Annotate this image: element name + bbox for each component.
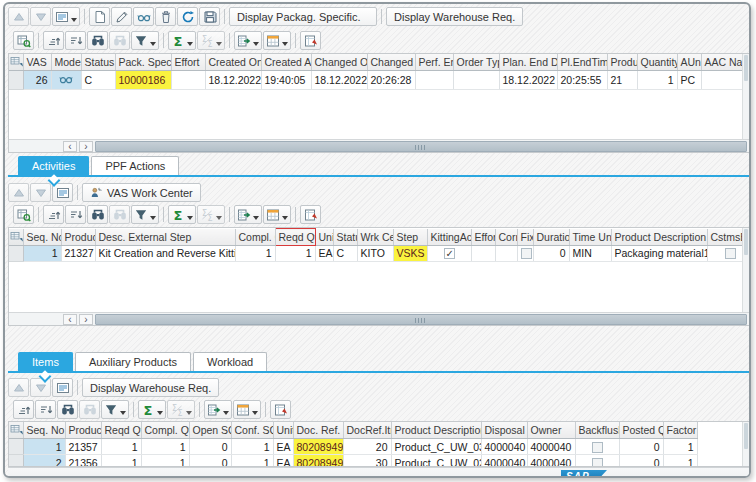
- sort-descending-button[interactable]: [65, 31, 86, 50]
- tab-workload[interactable]: Workload: [193, 352, 267, 371]
- grid-cell[interactable]: 10000186: [115, 71, 171, 90]
- column-header[interactable]: Doc. Ref.: [293, 422, 343, 439]
- vertical-scrollbar[interactable]: [742, 228, 749, 312]
- report-button[interactable]: [300, 205, 321, 224]
- dropdown-arrow-icon[interactable]: [187, 42, 193, 46]
- grid-cell[interactable]: 1: [235, 245, 275, 261]
- grid-cell[interactable]: 1: [231, 439, 273, 455]
- row-selector[interactable]: [9, 439, 23, 455]
- column-header[interactable]: Produ..: [607, 54, 637, 71]
- grid-cell[interactable]: 20: [343, 439, 391, 455]
- column-header[interactable]: Changed At: [367, 54, 415, 71]
- grid-cell[interactable]: Kit Creation and Reverse Kitting: [95, 245, 235, 261]
- grid-cell[interactable]: MIN: [569, 245, 611, 261]
- column-header[interactable]: Status: [81, 54, 115, 71]
- grid-cell[interactable]: 1: [23, 245, 61, 261]
- grid-cell[interactable]: EA: [315, 245, 333, 261]
- column-header[interactable]: Reqd Qty: [275, 229, 315, 246]
- column-header[interactable]: Product Description: [391, 422, 481, 439]
- column-header[interactable]: Created On: [205, 54, 261, 71]
- grid-cell[interactable]: 0: [189, 455, 231, 468]
- dropdown-arrow-icon[interactable]: [71, 18, 77, 22]
- column-header[interactable]: Compl. Qty: [141, 422, 189, 439]
- grid-cell[interactable]: [701, 71, 745, 90]
- grid-cell[interactable]: 4000040: [527, 455, 575, 468]
- select-all-corner[interactable]: [9, 229, 23, 246]
- column-header[interactable]: Perf. Ent.: [415, 54, 453, 71]
- display-glasses-button[interactable]: [133, 7, 154, 26]
- row-selector[interactable]: [9, 71, 23, 90]
- column-header[interactable]: Seq. No.: [23, 229, 61, 246]
- row-selector[interactable]: [9, 245, 23, 261]
- find-next-button[interactable]: [79, 400, 100, 419]
- grid-cell[interactable]: 18.12.2022: [499, 71, 557, 90]
- grid-cell[interactable]: VSKS: [393, 245, 427, 261]
- grid-cell[interactable]: PC: [677, 71, 701, 90]
- report-button[interactable]: [300, 31, 321, 50]
- select-all-corner[interactable]: [9, 54, 23, 71]
- column-header[interactable]: VAS: [23, 54, 51, 71]
- horizontal-scrollbar[interactable]: ‹ ›: [9, 139, 749, 152]
- grid-cell[interactable]: 18.12.2022: [311, 71, 367, 90]
- vertical-scrollbar[interactable]: [742, 54, 749, 139]
- column-header[interactable]: Effort: [471, 229, 495, 246]
- delete-trash-button[interactable]: [155, 7, 176, 26]
- dropdown-arrow-icon[interactable]: [216, 216, 222, 220]
- grid-cell[interactable]: 21356: [65, 455, 101, 468]
- up-arrow-button[interactable]: [8, 378, 29, 397]
- grid-cell[interactable]: [471, 245, 495, 261]
- column-header[interactable]: Reqd Qty: [101, 422, 141, 439]
- dropdown-arrow-icon[interactable]: [252, 411, 258, 415]
- column-header[interactable]: DocRef.Itm: [343, 422, 391, 439]
- column-header[interactable]: Effort: [171, 54, 205, 71]
- grid-cell[interactable]: [453, 71, 499, 90]
- find-next-button[interactable]: [109, 31, 130, 50]
- grid-cell[interactable]: 4000040: [481, 455, 527, 468]
- checkbox-unchecked[interactable]: [521, 248, 532, 259]
- dropdown-arrow-icon[interactable]: [282, 42, 288, 46]
- column-header[interactable]: Open SQ: [189, 422, 231, 439]
- sort-descending-button[interactable]: [65, 205, 86, 224]
- dropdown-arrow-icon[interactable]: [157, 411, 163, 415]
- grid-cell[interactable]: 1: [663, 455, 697, 468]
- filter-button[interactable]: [101, 400, 129, 419]
- dropdown-arrow-icon[interactable]: [186, 411, 192, 415]
- column-header[interactable]: Compl. Qty: [235, 229, 275, 246]
- table-details-button[interactable]: [13, 205, 34, 224]
- report-button[interactable]: [270, 400, 291, 419]
- scroll-left-button[interactable]: ‹: [63, 314, 77, 325]
- column-header[interactable]: Mode: [51, 54, 81, 71]
- grid-cell[interactable]: [517, 245, 533, 261]
- export-button[interactable]: [204, 400, 232, 419]
- column-header[interactable]: Time Unit: [569, 229, 611, 246]
- column-header[interactable]: Status: [333, 229, 357, 246]
- dropdown-arrow-icon[interactable]: [282, 216, 288, 220]
- grid-cell[interactable]: 0: [619, 439, 663, 455]
- grid-cell[interactable]: EA: [273, 455, 293, 468]
- column-header[interactable]: Order Type: [453, 54, 499, 71]
- grid-cell[interactable]: [415, 71, 453, 90]
- grid-cell[interactable]: 1: [101, 439, 141, 455]
- details-view-button[interactable]: [52, 183, 73, 202]
- row-selector[interactable]: [9, 455, 23, 468]
- grid-cell[interactable]: 1: [275, 245, 315, 261]
- checkbox-unchecked[interactable]: [592, 458, 603, 467]
- grid-cell[interactable]: EA: [273, 439, 293, 455]
- select-all-corner[interactable]: [9, 422, 23, 439]
- grid-cell[interactable]: 0: [189, 439, 231, 455]
- checkbox-unchecked[interactable]: [592, 442, 603, 453]
- grid-cell[interactable]: Packaging material1: [611, 245, 707, 261]
- column-header[interactable]: Created At: [261, 54, 311, 71]
- grid-cell[interactable]: 21327: [61, 245, 95, 261]
- grid-cell[interactable]: Product_C_UW_03: [391, 439, 481, 455]
- grid-cell[interactable]: 80208949: [293, 455, 343, 468]
- grid-cell[interactable]: 0: [619, 455, 663, 468]
- down-arrow-button[interactable]: [30, 183, 51, 202]
- sort-descending-button[interactable]: [35, 400, 56, 419]
- dropdown-arrow-icon[interactable]: [120, 411, 126, 415]
- grid-cell[interactable]: 4000040: [481, 439, 527, 455]
- grid-cell[interactable]: [575, 439, 619, 455]
- subtotal-button[interactable]: ΣΣ: [197, 31, 225, 50]
- grid-cell[interactable]: Product_C_UW_02: [391, 455, 481, 468]
- column-header[interactable]: Product Description: [611, 229, 707, 246]
